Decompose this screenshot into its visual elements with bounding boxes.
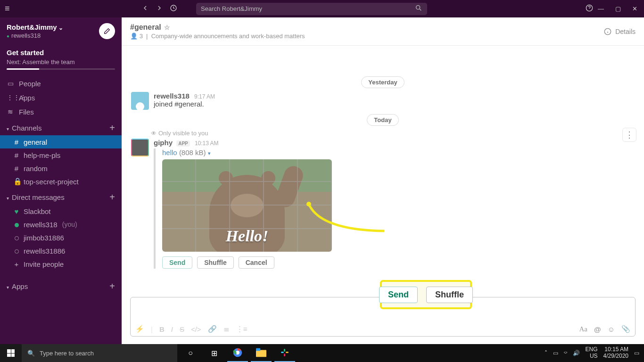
lock-icon: 🔒 <box>13 177 20 186</box>
message-join: rewells318 9:17 AM joined #general. <box>122 90 644 112</box>
avatar[interactable] <box>131 92 149 110</box>
message-author[interactable]: rewells318 <box>154 92 190 100</box>
search-input[interactable]: Search Robert&Jimmy <box>196 3 427 15</box>
strike-icon[interactable]: S <box>180 325 184 333</box>
channels-section-header[interactable]: ▾Channels + <box>0 119 122 135</box>
message-text: joined #general. <box>154 100 215 108</box>
history-button[interactable] <box>170 4 177 14</box>
taskbar-search[interactable]: 🔍 Type here to search <box>22 344 177 362</box>
channel-random[interactable]: #random <box>0 162 122 175</box>
attach-icon[interactable]: 📎 <box>621 325 630 333</box>
title-bar: ≡ Search Robert&Jimmy — ▢ ✕ <box>0 0 644 17</box>
emoji-icon[interactable]: ☺ <box>608 325 615 333</box>
help-icon[interactable] <box>586 4 593 14</box>
message-author[interactable]: giphy <box>154 139 173 147</box>
presence-offline-icon <box>15 236 19 240</box>
explorer-icon[interactable] <box>251 344 272 362</box>
windows-taskbar: 🔍 Type here to search ○ ⊞ ˄ ▭ ⌔ 🔊 ENGUS … <box>0 344 644 362</box>
chevron-down-icon[interactable]: ▾ <box>208 150 211 156</box>
close-button[interactable]: ✕ <box>632 5 637 12</box>
forward-button[interactable] <box>156 4 163 14</box>
compose-button[interactable] <box>99 23 115 39</box>
language-indicator[interactable]: ENGUS <box>586 346 598 360</box>
cortana-icon[interactable]: ○ <box>180 344 201 362</box>
send-button[interactable]: Send <box>162 256 192 269</box>
details-button[interactable]: Details <box>604 28 636 35</box>
chrome-icon[interactable] <box>227 344 248 362</box>
format-icon[interactable]: Aa <box>579 325 588 333</box>
people-icon: ▭ <box>7 80 14 87</box>
channel-help-me-pls[interactable]: #help-me-pls <box>0 148 122 162</box>
channel-general[interactable]: #general <box>0 135 122 148</box>
attachment-link[interactable]: hello <box>162 148 177 156</box>
slack-taskbar-icon[interactable] <box>274 344 295 362</box>
message-giphy: giphy APP 10:13 AM hello (808 kB) ▾ <box>122 137 644 271</box>
nav-files[interactable]: ≋Files <box>0 105 122 119</box>
presence-offline-icon <box>15 249 19 254</box>
channel-header: #general☆ 👤 3 | Company-wide announcemen… <box>122 17 644 46</box>
workspace-switcher[interactable]: Robert&Jimmy <box>7 23 63 31</box>
bold-icon[interactable]: B <box>159 325 165 333</box>
battery-icon[interactable]: ▭ <box>553 350 558 356</box>
svg-rect-7 <box>256 350 266 357</box>
svg-rect-9 <box>281 352 284 353</box>
nav-people[interactable]: ▭People <box>0 76 122 90</box>
dm-slackbot[interactable]: ♥Slackbot <box>0 205 122 218</box>
message-actions-button[interactable]: ⋮ <box>622 128 636 142</box>
back-button[interactable] <box>141 4 149 14</box>
channel-subheader: 👤 3 | Company-wide announcements and wor… <box>130 33 305 40</box>
add-dm-button[interactable]: + <box>109 192 115 203</box>
add-app-button[interactable]: + <box>109 281 115 292</box>
callout-send-button[interactable]: Send <box>379 287 418 303</box>
maximize-button[interactable]: ▢ <box>615 5 621 12</box>
apps-section-header[interactable]: ▾Apps + <box>0 277 122 294</box>
current-user[interactable]: ●rewells318 <box>7 32 63 39</box>
members-icon[interactable]: 👤 3 <box>130 33 143 40</box>
bullet-list-icon[interactable]: ⋮≡ <box>236 325 248 333</box>
channel-topic[interactable]: Company-wide announcements and work-base… <box>151 33 305 40</box>
start-button[interactable] <box>0 344 22 362</box>
hamburger-icon[interactable]: ≡ <box>5 4 14 14</box>
nav-apps[interactable]: ⋮⋮⋮Apps <box>0 90 122 105</box>
clock[interactable]: 10:15 AM4/29/2020 <box>603 346 628 360</box>
ordered-list-icon[interactable]: ≣ <box>223 325 230 333</box>
invite-people[interactable]: +Invite people <box>0 257 122 271</box>
wifi-icon[interactable]: ⌔ <box>564 350 567 356</box>
task-view-icon[interactable]: ⊞ <box>204 344 224 362</box>
callout-shuffle-button[interactable]: Shuffle <box>426 287 473 303</box>
dm-rewells31886[interactable]: rewells31886 <box>0 244 122 257</box>
svg-rect-11 <box>284 349 285 352</box>
attachment-size: (808 kB) <box>179 148 206 156</box>
star-icon[interactable]: ☆ <box>164 24 170 31</box>
channel-title[interactable]: #general☆ <box>130 23 170 31</box>
dm-self[interactable]: rewells318(you) <box>0 218 122 231</box>
shortcuts-icon[interactable]: ⚡ <box>135 325 144 333</box>
tray-chevron-icon[interactable]: ˄ <box>545 350 547 356</box>
heart-icon: ♥ <box>13 207 20 215</box>
mention-icon[interactable]: @ <box>594 325 601 333</box>
gif-preview[interactable]: Hello! <box>162 159 332 252</box>
svg-point-1 <box>416 6 420 9</box>
gif-caption: Hello! <box>226 227 269 245</box>
message-time: 10:13 AM <box>195 140 219 147</box>
dm-jimbob[interactable]: jimbob31886 <box>0 231 122 244</box>
shuffle-button[interactable]: Shuffle <box>197 256 233 269</box>
volume-icon[interactable]: 🔊 <box>573 350 580 356</box>
code-icon[interactable]: </> <box>191 325 201 333</box>
link-icon[interactable]: 🔗 <box>208 325 217 333</box>
channel-top-secret-project[interactable]: 🔒top-secret-project <box>0 175 122 188</box>
onboarding-progress <box>7 68 115 70</box>
get-started-heading[interactable]: Get started <box>7 49 115 57</box>
cancel-button[interactable]: Cancel <box>239 256 274 269</box>
search-icon: 🔍 <box>27 350 35 357</box>
minimize-button[interactable]: — <box>598 5 604 12</box>
dms-section-header[interactable]: ▾Direct messages + <box>0 188 122 205</box>
date-divider-yesterday: Yesterday <box>122 78 644 86</box>
notifications-icon[interactable]: ▭ <box>634 350 639 356</box>
date-divider-today: Today <box>122 115 644 124</box>
svg-rect-12 <box>284 354 285 356</box>
italic-icon[interactable]: I <box>171 325 173 333</box>
ephemeral-notice: 👁Only visible to you <box>141 128 644 137</box>
giphy-avatar[interactable] <box>131 139 149 156</box>
add-channel-button[interactable]: + <box>109 123 115 133</box>
